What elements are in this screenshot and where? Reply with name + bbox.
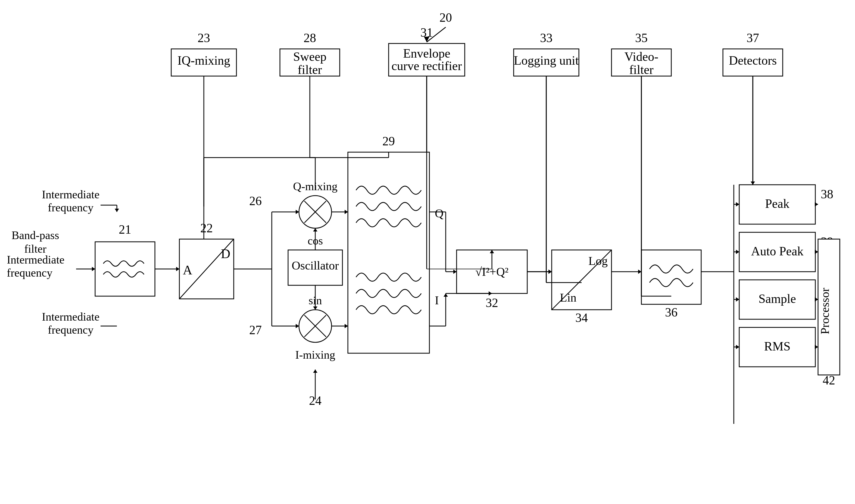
svg-text:curve rectifier: curve rectifier xyxy=(391,59,462,73)
svg-marker-139 xyxy=(751,181,755,185)
svg-text:frequency: frequency xyxy=(7,267,52,279)
svg-marker-52 xyxy=(296,210,299,214)
svg-text:IQ-mixing: IQ-mixing xyxy=(177,54,230,67)
svg-text:21: 21 xyxy=(119,222,131,236)
svg-text:Intermediate: Intermediate xyxy=(7,253,65,266)
svg-text:35: 35 xyxy=(635,31,648,45)
svg-text:frequency: frequency xyxy=(48,201,93,214)
svg-text:Band-pass: Band-pass xyxy=(12,229,59,241)
svg-marker-55 xyxy=(296,324,299,328)
svg-marker-163 xyxy=(549,270,552,274)
svg-marker-135 xyxy=(736,250,739,254)
svg-text:Sample: Sample xyxy=(759,292,796,306)
svg-marker-113 xyxy=(638,270,641,274)
svg-text:32: 32 xyxy=(486,296,498,310)
diagram-container: IQ-mixing 23 Sweep filter 28 Envelope cu… xyxy=(0,0,855,504)
svg-text:I-mixing: I-mixing xyxy=(296,348,335,361)
svg-marker-155 xyxy=(115,209,119,212)
svg-rect-36 xyxy=(95,242,155,296)
svg-text:29: 29 xyxy=(382,134,395,148)
svg-text:Logging unit: Logging unit xyxy=(514,54,579,67)
svg-marker-94 xyxy=(444,293,448,297)
svg-text:filter: filter xyxy=(629,63,653,77)
svg-marker-148 xyxy=(815,250,818,254)
svg-marker-149 xyxy=(815,297,818,302)
svg-text:33: 33 xyxy=(540,31,553,45)
svg-text:Auto Peak: Auto Peak xyxy=(751,244,804,258)
svg-text:Sweep: Sweep xyxy=(293,50,327,64)
svg-text:Processor: Processor xyxy=(818,288,832,334)
svg-text:34: 34 xyxy=(575,311,588,325)
svg-text:filter: filter xyxy=(298,63,322,77)
svg-text:Peak: Peak xyxy=(765,197,789,211)
svg-marker-82 xyxy=(344,324,348,328)
svg-text:36: 36 xyxy=(665,305,678,319)
svg-marker-41 xyxy=(176,267,179,271)
svg-text:Lin: Lin xyxy=(560,291,576,304)
svg-marker-134 xyxy=(736,202,739,206)
svg-text:Log: Log xyxy=(588,254,608,268)
svg-marker-137 xyxy=(736,345,739,349)
svg-text:37: 37 xyxy=(747,31,759,45)
svg-marker-35 xyxy=(92,267,95,271)
svg-text:Envelope: Envelope xyxy=(403,47,450,60)
svg-marker-161 xyxy=(313,370,317,373)
svg-text:22: 22 xyxy=(200,221,213,235)
svg-marker-70 xyxy=(313,228,317,232)
svg-marker-72 xyxy=(313,306,317,310)
svg-text:frequency: frequency xyxy=(48,324,93,336)
svg-text:23: 23 xyxy=(198,31,210,45)
svg-text:Oscillator: Oscillator xyxy=(291,259,339,272)
svg-text:26: 26 xyxy=(249,194,262,208)
main-svg: IQ-mixing 23 Sweep filter 28 Envelope cu… xyxy=(0,0,855,504)
svg-text:D: D xyxy=(221,247,230,261)
svg-text:27: 27 xyxy=(249,323,262,337)
svg-text:A: A xyxy=(183,263,192,277)
svg-marker-150 xyxy=(815,345,818,349)
svg-text:Intermediate: Intermediate xyxy=(42,310,100,323)
svg-text:20: 20 xyxy=(440,11,452,24)
svg-text:filter: filter xyxy=(24,242,47,255)
svg-text:42: 42 xyxy=(823,373,835,387)
svg-text:38: 38 xyxy=(821,187,833,201)
svg-marker-147 xyxy=(815,202,818,206)
svg-marker-136 xyxy=(736,297,739,302)
svg-text:28: 28 xyxy=(304,31,316,45)
svg-marker-80 xyxy=(344,210,348,214)
svg-marker-13 xyxy=(424,37,429,42)
svg-text:Detectors: Detectors xyxy=(729,54,777,67)
svg-text:Q: Q xyxy=(435,207,444,220)
svg-marker-91 xyxy=(453,270,457,274)
svg-text:I: I xyxy=(435,294,439,307)
svg-text:RMS: RMS xyxy=(764,339,790,353)
svg-text:Intermediate: Intermediate xyxy=(42,188,100,201)
svg-rect-73 xyxy=(348,152,429,353)
svg-text:Video-: Video- xyxy=(625,50,659,64)
